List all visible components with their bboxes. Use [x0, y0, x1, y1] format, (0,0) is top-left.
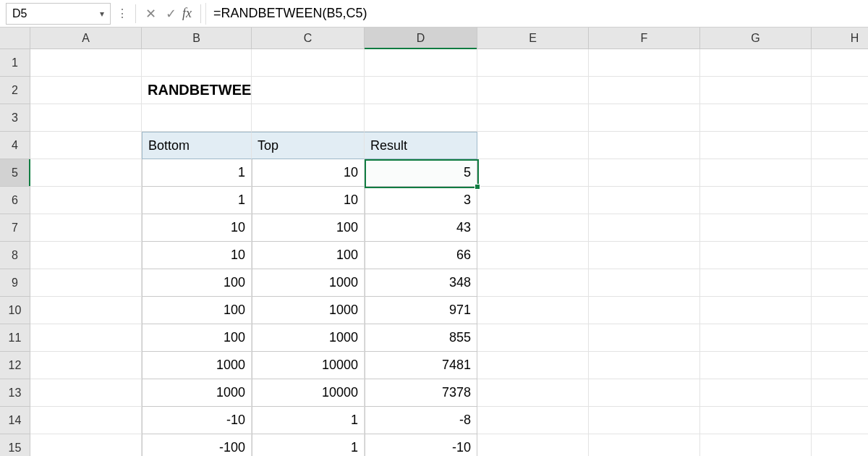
cell-E[interactable] [477, 242, 589, 269]
table-cell-top-13[interactable]: 10000 [252, 379, 365, 407]
cell-E[interactable] [477, 77, 589, 104]
title-cell[interactable]: RANDBETWEEN function [142, 77, 252, 104]
cell-F[interactable] [589, 49, 700, 77]
cell-G[interactable] [700, 242, 812, 269]
table-cell-result-10[interactable]: 971 [365, 297, 477, 324]
table-cell-top-8[interactable]: 100 [252, 242, 365, 269]
row-header-6[interactable]: 6 [0, 187, 30, 214]
cancel-icon[interactable]: ✕ [140, 4, 161, 24]
table-cell-top-11[interactable]: 1000 [252, 324, 365, 352]
cell-A[interactable] [30, 214, 142, 242]
table-cell-result-8[interactable]: 66 [365, 242, 477, 269]
cell-B[interactable] [142, 49, 252, 77]
cell-F[interactable] [589, 77, 700, 104]
cell-D[interactable] [365, 49, 477, 77]
cell-F[interactable] [589, 379, 700, 407]
table-cell-top-10[interactable]: 1000 [252, 297, 365, 324]
cell-G[interactable] [700, 77, 812, 104]
table-cell-top-7[interactable]: 100 [252, 214, 365, 242]
row-header-2[interactable]: 2 [0, 77, 30, 104]
cell-A[interactable] [30, 324, 142, 352]
cell-H[interactable] [812, 104, 868, 132]
cell-C[interactable] [252, 49, 365, 77]
row-header-8[interactable]: 8 [0, 242, 30, 269]
cell-F[interactable] [589, 269, 700, 297]
row-header-4[interactable]: 4 [0, 132, 30, 159]
cell-G[interactable] [700, 104, 812, 132]
cell-A[interactable] [30, 132, 142, 159]
table-cell-result-11[interactable]: 855 [365, 324, 477, 352]
table-header-bottom[interactable]: Bottom [142, 132, 252, 159]
cell-A[interactable] [30, 104, 142, 132]
cell-H[interactable] [812, 269, 868, 297]
table-cell-result-6[interactable]: 3 [365, 187, 477, 214]
cell-A[interactable] [30, 242, 142, 269]
table-cell-top-15[interactable]: 1 [252, 434, 365, 456]
row-header-9[interactable]: 9 [0, 269, 30, 297]
cell-G[interactable] [700, 214, 812, 242]
table-cell-result-9[interactable]: 348 [365, 269, 477, 297]
cell-C[interactable] [252, 104, 365, 132]
row-header-13[interactable]: 13 [0, 379, 30, 407]
table-cell-bottom-15[interactable]: -100 [142, 434, 252, 456]
cell-H[interactable] [812, 187, 868, 214]
enter-icon[interactable]: ✓ [161, 4, 181, 24]
row-header-10[interactable]: 10 [0, 297, 30, 324]
cell-E[interactable] [477, 434, 589, 456]
table-cell-top-12[interactable]: 10000 [252, 352, 365, 379]
cell-E[interactable] [477, 104, 589, 132]
row-header-14[interactable]: 14 [0, 407, 30, 434]
cell-H[interactable] [812, 49, 868, 77]
cell-F[interactable] [589, 104, 700, 132]
cell-H[interactable] [812, 242, 868, 269]
column-header-B[interactable]: B [142, 28, 252, 49]
drag-handle-icon[interactable]: ⋮ [114, 7, 131, 20]
cell-G[interactable] [700, 324, 812, 352]
cell-G[interactable] [700, 132, 812, 159]
table-cell-bottom-9[interactable]: 100 [142, 269, 252, 297]
cell-F[interactable] [589, 214, 700, 242]
cell-G[interactable] [700, 297, 812, 324]
cell-G[interactable] [700, 159, 812, 187]
row-header-1[interactable]: 1 [0, 49, 30, 77]
cell-F[interactable] [589, 407, 700, 434]
column-header-A[interactable]: A [30, 28, 142, 49]
cell-A[interactable] [30, 352, 142, 379]
table-cell-bottom-10[interactable]: 100 [142, 297, 252, 324]
cell-H[interactable] [812, 352, 868, 379]
cell-H[interactable] [812, 407, 868, 434]
cell-A[interactable] [30, 269, 142, 297]
table-cell-top-14[interactable]: 1 [252, 407, 365, 434]
table-cell-result-12[interactable]: 7481 [365, 352, 477, 379]
row-header-11[interactable]: 11 [0, 324, 30, 352]
cell-E[interactable] [477, 324, 589, 352]
cell-A[interactable] [30, 434, 142, 456]
table-cell-bottom-8[interactable]: 10 [142, 242, 252, 269]
cell-E[interactable] [477, 352, 589, 379]
cell-A[interactable] [30, 159, 142, 187]
formula-input[interactable]: =RANDBETWEEN(B5,C5) [205, 3, 868, 25]
cell-H[interactable] [812, 434, 868, 456]
table-cell-result-7[interactable]: 43 [365, 214, 477, 242]
cell-B[interactable] [142, 104, 252, 132]
column-header-G[interactable]: G [700, 28, 812, 49]
cell-E[interactable] [477, 159, 589, 187]
fx-icon[interactable]: fx [181, 6, 196, 21]
cell-A[interactable] [30, 187, 142, 214]
cell-E[interactable] [477, 379, 589, 407]
cell-F[interactable] [589, 352, 700, 379]
row-header-15[interactable]: 15 [0, 434, 30, 456]
cell-E[interactable] [477, 49, 589, 77]
table-header-top[interactable]: Top [252, 132, 365, 159]
cell-G[interactable] [700, 434, 812, 456]
cell-A[interactable] [30, 379, 142, 407]
table-cell-bottom-11[interactable]: 100 [142, 324, 252, 352]
cell-A[interactable] [30, 49, 142, 77]
table-cell-result-15[interactable]: -10 [365, 434, 477, 456]
table-cell-top-6[interactable]: 10 [252, 187, 365, 214]
cell-F[interactable] [589, 297, 700, 324]
cell-E[interactable] [477, 269, 589, 297]
fill-handle[interactable] [475, 184, 480, 190]
cells-area[interactable]: RANDBETWEEN functionBottomTopResult11051… [30, 49, 868, 456]
cell-E[interactable] [477, 187, 589, 214]
